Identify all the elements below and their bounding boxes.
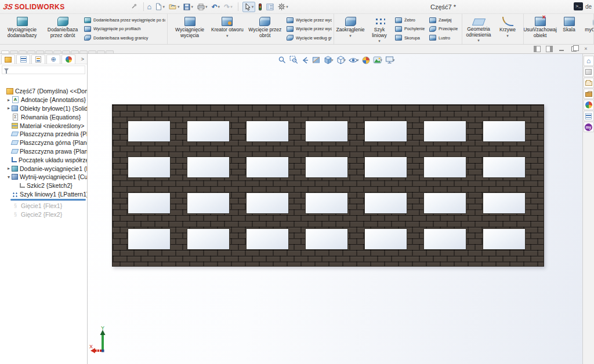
view-orientation-button[interactable]: ▾	[324, 56, 334, 64]
intersect-button[interactable]: Przecięcie	[429, 25, 460, 33]
expander-icon[interactable]: ▸	[6, 97, 12, 103]
scale-button[interactable]: Skala	[555, 15, 584, 43]
new-document-button[interactable]: ▾	[154, 2, 166, 12]
taskpane-appearances-button[interactable]	[584, 100, 594, 110]
pin-menu-icon[interactable]	[131, 3, 137, 10]
fillet-button[interactable]: Zaokrąglenie	[336, 15, 365, 43]
tab-displaymanager[interactable]	[61, 54, 75, 64]
section-view-button[interactable]	[312, 56, 321, 64]
redo-button[interactable]: ↷▾	[223, 2, 234, 12]
shell-button[interactable]: Skorupa	[395, 34, 427, 42]
linear-pattern-button[interactable]: Szyk liniowy	[365, 15, 394, 43]
menu-item[interactable]	[109, 5, 118, 9]
tab-dimxpertmanager[interactable]: ⊕	[46, 54, 60, 64]
collapse-right-pane-button[interactable]	[546, 46, 553, 52]
curves-button[interactable]: Krzywe	[493, 15, 522, 43]
ribbon-tab[interactable]	[19, 50, 27, 53]
close-button[interactable]: ×	[582, 46, 589, 52]
restore-button[interactable]	[571, 46, 577, 52]
mycadplatform-button[interactable]: myCADplatf	[584, 15, 594, 43]
boundary-boss-button[interactable]: Dodanie/baza według granicy	[84, 34, 164, 42]
feature-tree-item[interactable]: ▸ Obiekty bryłowe(1) {Solid Bodies}	[0, 104, 87, 113]
swept-boss-button[interactable]: Dodanie/baza przez wyciągnięcie po ścież…	[84, 16, 164, 24]
ribbon-tab[interactable]	[10, 50, 18, 53]
taskpane-mycadtools-button[interactable]: my	[584, 122, 594, 132]
ribbon-tab[interactable]	[79, 50, 88, 53]
feature-tree-item[interactable]: Materiał <nieokreślony>	[0, 121, 87, 130]
lofted-boss-button[interactable]: Wyciągnięcie po profilach	[84, 25, 164, 33]
expander-icon[interactable]: ▾	[6, 174, 12, 180]
ribbon-tab[interactable]	[1, 50, 9, 53]
feature-tree-item[interactable]: ▾ Wytnij-wyciągnięcie1 {Cut-Extrud	[0, 173, 87, 181]
feature-tree-item[interactable]: Płaszczyzna przednia {Plane}	[0, 130, 87, 139]
task-list-icon[interactable]	[265, 2, 275, 12]
feature-tree-item[interactable]: ▸ Dodanie-wyciągnięcie1 (Boss-Extr	[0, 164, 87, 173]
taskpane-home-button[interactable]: ⌂	[584, 56, 594, 66]
graphics-viewport[interactable]: ▾ ▾ ▾ ▾ ▾	[88, 54, 582, 364]
panel-tabs-overflow[interactable]: >	[81, 56, 86, 62]
stoplight-icon[interactable]	[257, 2, 263, 12]
delete-keep-body-button[interactable]: Usuń/zachowaj obiekt	[526, 15, 555, 43]
feature-tree-item[interactable]: Gięcie2 {Flex2}	[0, 210, 87, 219]
home-button[interactable]: ⌂	[146, 2, 153, 12]
taskpane-design-library-button[interactable]	[584, 67, 594, 77]
feature-tree-item[interactable]: Szyk liniowy1 {LPattern1}	[0, 190, 87, 199]
apply-scene-button[interactable]: ▾	[373, 56, 383, 64]
menu-item[interactable]	[100, 5, 109, 9]
tab-propertymanager[interactable]	[16, 54, 30, 64]
feature-tree-item[interactable]: ▸ Adnotacje {Annotations}	[0, 96, 87, 104]
taskpane-toolbox-button[interactable]	[584, 89, 594, 99]
feature-tree-item[interactable]: Płaszczyzna górna {Plane}	[0, 139, 87, 147]
taskpane-file-explorer-button[interactable]	[584, 78, 594, 88]
brick-part-model[interactable]	[112, 104, 544, 267]
save-button[interactable]: ▾	[182, 2, 194, 12]
minimize-button[interactable]	[559, 48, 564, 51]
reference-geometry-button[interactable]: Geometria odniesienia	[464, 15, 493, 43]
select-tool-button[interactable]: ▾	[242, 2, 256, 12]
menu-item[interactable]	[118, 5, 128, 9]
view-settings-button[interactable]: ▾	[385, 56, 395, 64]
rib-button[interactable]: Żebro	[395, 16, 427, 24]
menu-item[interactable]	[90, 5, 100, 9]
swept-cut-button[interactable]: Wycięcie przez wyciągnięcie po ścieżce	[287, 16, 331, 24]
menu-item[interactable]	[72, 5, 81, 9]
display-style-button[interactable]: ▾	[336, 56, 346, 64]
revolved-cut-button[interactable]: Wycięcie przez obrót	[245, 15, 285, 43]
zoom-to-fit-button[interactable]	[278, 56, 287, 64]
extruded-cut-button[interactable]: Wyciągnięcie wycięcia	[169, 15, 210, 43]
expander-icon[interactable]: ▸	[6, 166, 12, 171]
feature-tree-item[interactable]: Początek układu współrzędnych {(	[0, 155, 87, 164]
menu-item[interactable]	[81, 5, 90, 9]
extruded-boss-button[interactable]: Wyciągnięcie dodania/bazy	[2, 15, 42, 43]
hole-wizard-button[interactable]: Kreator otworu	[210, 15, 245, 43]
lofted-cut-button[interactable]: Wycięcie przez wyciągnięcie po profilach	[287, 25, 331, 33]
ribbon-tab[interactable]	[88, 50, 96, 53]
ribbon-tab[interactable]	[62, 50, 70, 53]
options-gear-button[interactable]: ▾	[277, 2, 289, 12]
open-document-button[interactable]: ▾	[168, 2, 181, 11]
taskpane-custom-properties-button[interactable]	[584, 111, 594, 121]
ribbon-tab[interactable]	[106, 50, 114, 53]
hide-show-items-button[interactable]: ▾	[349, 57, 359, 64]
ribbon-tab[interactable]	[36, 50, 44, 53]
collapse-left-pane-button[interactable]	[534, 46, 541, 52]
draft-button[interactable]: Pochylenie	[395, 25, 427, 33]
boundary-cut-button[interactable]: Wycięcie według granicy	[287, 34, 331, 42]
feature-tree-item[interactable]: Część7 (Domyślna) <<Domyślna>_Sta	[0, 87, 87, 96]
ribbon-tab[interactable]	[97, 50, 105, 53]
previous-view-button[interactable]	[301, 56, 309, 64]
tab-configurationmanager[interactable]	[31, 54, 45, 64]
feature-tree-item[interactable]: Szkic2 {Sketch2}	[0, 181, 87, 190]
tree-filter-input[interactable]	[10, 67, 83, 73]
print-button[interactable]: ▾	[196, 2, 209, 12]
revolved-boss-button[interactable]: Dodanie/baza przez obrót	[42, 15, 83, 43]
tab-featuremanager[interactable]	[1, 54, 15, 64]
feature-tree-item[interactable]: Płaszczyzna prawa {Plane}	[0, 147, 87, 156]
undo-button[interactable]: ↶▾	[211, 2, 222, 12]
ribbon-tab[interactable]	[53, 50, 61, 53]
mirror-button[interactable]: Lustro	[429, 34, 460, 42]
feature-tree-item[interactable]: Równania {Equations}	[0, 112, 87, 121]
wrap-button[interactable]: Zawijaj	[429, 16, 460, 24]
expander-icon[interactable]: ▸	[6, 105, 12, 111]
ribbon-tab[interactable]	[27, 50, 35, 53]
